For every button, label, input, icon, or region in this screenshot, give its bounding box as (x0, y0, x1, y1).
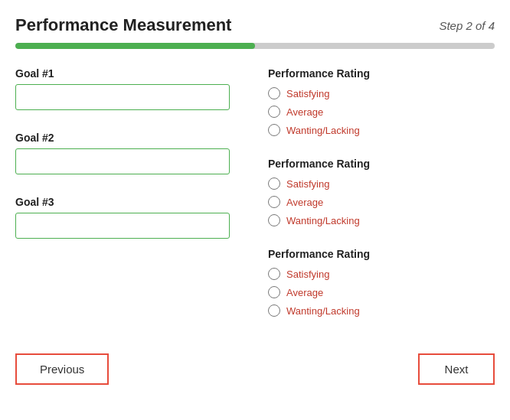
goal-label-3: Goal #3 (15, 196, 245, 208)
progress-bar-fill (15, 43, 255, 49)
rating-block-3: Performance RatingSatisfyingAverageWanti… (268, 248, 495, 317)
radio-input-2-3[interactable] (268, 214, 280, 226)
radio-label-2-3: Wanting/Lacking (286, 215, 360, 226)
radio-option-1-2[interactable]: Average (268, 106, 495, 118)
radio-input-1-2[interactable] (268, 106, 280, 118)
radio-label-1-3: Wanting/Lacking (286, 125, 360, 136)
radio-input-3-1[interactable] (268, 268, 280, 280)
goal-block-1: Goal #1 (15, 67, 245, 110)
radio-label-1-1: Satisfying (286, 88, 329, 99)
radio-input-1-3[interactable] (268, 124, 280, 136)
goal-block-2: Goal #2 (15, 132, 245, 174)
step-label: Step 2 of 4 (439, 19, 495, 32)
next-button[interactable]: Next (418, 353, 495, 385)
ratings-column: Performance RatingSatisfyingAverageWanti… (268, 67, 495, 338)
radio-option-1-3[interactable]: Wanting/Lacking (268, 124, 495, 136)
radio-label-3-3: Wanting/Lacking (286, 305, 360, 317)
rating-block-2: Performance RatingSatisfyingAverageWanti… (268, 158, 495, 226)
goal-input-1[interactable] (15, 84, 230, 110)
progress-bar (15, 43, 495, 49)
radio-input-3-3[interactable] (268, 304, 280, 317)
page-title: Performance Measurement (15, 15, 231, 35)
radio-option-1-1[interactable]: Satisfying (268, 87, 495, 99)
radio-option-2-1[interactable]: Satisfying (268, 177, 495, 190)
goal-block-3: Goal #3 (15, 196, 245, 239)
radio-input-2-1[interactable] (268, 177, 280, 190)
radio-label-3-1: Satisfying (286, 269, 329, 280)
radio-option-2-3[interactable]: Wanting/Lacking (268, 214, 495, 226)
radio-option-3-1[interactable]: Satisfying (268, 268, 495, 280)
goal-input-3[interactable] (15, 213, 230, 239)
rating-label-2: Performance Rating (268, 158, 495, 170)
goal-label-2: Goal #2 (15, 132, 245, 144)
rating-label-3: Performance Rating (268, 248, 495, 260)
previous-button[interactable]: Previous (15, 353, 109, 385)
radio-label-3-2: Average (286, 287, 323, 298)
radio-label-1-2: Average (286, 106, 323, 118)
footer: Previous Next (15, 346, 495, 385)
radio-label-2-1: Satisfying (286, 178, 329, 190)
goal-input-2[interactable] (15, 148, 230, 174)
radio-input-1-1[interactable] (268, 87, 280, 99)
radio-label-2-2: Average (286, 197, 323, 208)
goal-label-1: Goal #1 (15, 67, 245, 80)
rating-label-1: Performance Rating (268, 67, 495, 80)
radio-option-2-2[interactable]: Average (268, 196, 495, 208)
radio-input-2-2[interactable] (268, 196, 280, 208)
radio-input-3-2[interactable] (268, 286, 280, 298)
goals-column: Goal #1Goal #2Goal #3 (15, 67, 245, 338)
radio-option-3-3[interactable]: Wanting/Lacking (268, 304, 495, 317)
rating-block-1: Performance RatingSatisfyingAverageWanti… (268, 67, 495, 136)
radio-option-3-2[interactable]: Average (268, 286, 495, 298)
